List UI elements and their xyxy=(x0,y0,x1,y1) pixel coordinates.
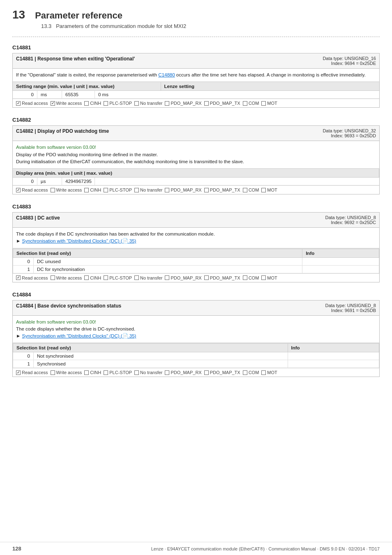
access-item-plc-stop: PLC-STOP xyxy=(104,101,132,106)
access-checkbox xyxy=(104,101,108,106)
param-card-C14883: C14883 | DC activeData type: UNSIGNED_8I… xyxy=(12,212,380,282)
access-item-readaccess: Read access xyxy=(16,275,48,280)
access-item-cinh: CINH xyxy=(84,187,101,192)
sel-row-num: 0 xyxy=(13,352,34,360)
access-item-com: COM xyxy=(243,101,259,106)
col-lenze: 0 ms xyxy=(95,91,379,98)
access-label: Write access xyxy=(56,187,82,192)
sel-row-label: Not synchronised xyxy=(34,352,288,360)
access-label: PDO_MAP_TX xyxy=(210,370,240,375)
access-checkbox xyxy=(16,370,21,375)
param-datatype-C14884: Data type: UNSIGNED_8Index: 9691 = 0x25D… xyxy=(325,303,376,313)
access-checkbox xyxy=(16,188,21,192)
access-label: CINH xyxy=(90,187,101,192)
access-item-pdo_map_rx: PDO_MAP_RX xyxy=(165,370,201,375)
table-col-left-C14881: Setting range (min. value | unit | max. … xyxy=(13,82,161,90)
access-item-notransfer: No transfer xyxy=(134,370,162,375)
footer-page: 128 xyxy=(12,546,21,552)
access-label: PDO_MAP_RX xyxy=(171,370,201,375)
access-item-mot: MOT xyxy=(261,370,277,375)
sel-row-info xyxy=(288,360,379,368)
access-label: PDO_MAP_TX xyxy=(210,275,240,280)
param-name-C14883: C14883 | DC active xyxy=(16,215,60,221)
access-label: Read access xyxy=(22,101,48,106)
access-item-readaccess: Read access xyxy=(16,101,48,106)
access-label: PDO_MAP_TX xyxy=(210,187,240,192)
sel-row-label: Synchronised xyxy=(34,360,288,368)
table-header-row-C14882: Display area (min. value | unit | max. v… xyxy=(13,169,379,178)
param-link-C14881[interactable]: C14880 xyxy=(158,72,175,77)
param-card-C14884: C14884 | Base device synchronisation sta… xyxy=(12,300,380,377)
access-checkbox xyxy=(165,275,169,280)
access-label: PLC-STOP xyxy=(109,187,132,192)
access-label: No transfer xyxy=(140,275,162,280)
access-row-C14884: Read accessWrite accessCINHPLC-STOPNo tr… xyxy=(13,368,379,377)
access-row-C14883: Read accessWrite accessCINHPLC-STOPNo tr… xyxy=(13,273,379,282)
param-description-C14881: If the "Operational" state is exited, th… xyxy=(16,72,376,79)
access-checkbox xyxy=(261,188,266,192)
access-checkbox xyxy=(243,101,247,106)
access-label: CINH xyxy=(90,275,101,280)
sel-row-label: DC unused xyxy=(34,257,302,265)
access-checkbox xyxy=(134,275,139,280)
sel-row-num: 1 xyxy=(13,360,34,368)
access-checkbox xyxy=(261,275,266,280)
param-description-C14882: Display of the PDO watchdog monitoring t… xyxy=(16,151,376,166)
sel-table-row-C14883: 0DC unused xyxy=(13,257,379,265)
param-body-C14884: Available from software version 03.00!Th… xyxy=(13,316,379,343)
param-link-C14883[interactable]: Synchronisation with "Distributed Clocks… xyxy=(22,238,136,243)
param-datatype-C14882: Data type: UNSIGNED_32Index: 9693 = 0x25… xyxy=(323,128,376,138)
access-checkbox xyxy=(134,188,139,192)
access-checkbox xyxy=(84,188,89,192)
access-checkbox xyxy=(243,188,247,192)
param-header-C14882: C14882 | Display of PDO watchdog timeDat… xyxy=(13,126,379,141)
table-data-row-C14881: 0ms655350 ms xyxy=(13,91,379,99)
param-body-C14881: If the "Operational" state is exited, th… xyxy=(13,69,379,82)
access-item-writeaccess: Write access xyxy=(51,187,82,192)
col-unit: µs xyxy=(37,178,62,185)
access-item-pdo_map_tx: PDO_MAP_TX xyxy=(204,275,240,280)
table-section-C14883: Selection list (read only)Info0DC unused… xyxy=(13,248,379,273)
access-label: Read access xyxy=(22,187,48,192)
footer-bar: 128 Lenze · E94AYCET communication modul… xyxy=(0,542,392,555)
access-item-writeaccess: Write access xyxy=(51,101,82,106)
table-header-row-C14881: Setting range (min. value | unit | max. … xyxy=(13,82,379,91)
access-checkbox xyxy=(51,188,55,192)
access-checkbox xyxy=(84,101,89,106)
sel-row-info xyxy=(288,352,379,360)
table-col-left-C14882: Display area (min. value | unit | max. v… xyxy=(13,169,379,177)
param-description-C14884: The code displays whether the drive is D… xyxy=(16,326,376,340)
param-name-C14881: C14881 | Response time when exiting 'Ope… xyxy=(16,56,135,62)
access-label: MOT xyxy=(267,187,277,192)
access-label: Read access xyxy=(22,370,48,375)
access-label: Write access xyxy=(56,101,82,106)
access-item-pdo_map_tx: PDO_MAP_TX xyxy=(204,187,240,192)
col-val: 0 xyxy=(13,91,37,98)
sel-table-header-right-C14883: Info xyxy=(302,249,379,257)
access-label: No transfer xyxy=(140,187,162,192)
table-data-row-C14882: 0µs4294967295 xyxy=(13,178,379,185)
access-checkbox xyxy=(16,275,21,280)
footer-text: Lenze · E94AYCET communication module (E… xyxy=(151,546,380,551)
access-item-writeaccess: Write access xyxy=(51,370,82,375)
access-label: MOT xyxy=(267,370,277,375)
access-item-com: COM xyxy=(243,370,259,375)
access-item-readaccess: Read access xyxy=(16,187,48,192)
access-checkbox xyxy=(104,370,108,375)
access-label: CINH xyxy=(90,101,101,106)
param-link-C14884[interactable]: Synchronisation with "Distributed Clocks… xyxy=(22,333,136,338)
sel-table-row-C14884: 0Not synchronised xyxy=(13,352,379,360)
sel-table-C14884: Selection list (read only)Info0Not synch… xyxy=(13,343,379,368)
param-body-C14883: The code displays if the DC synchronisat… xyxy=(13,228,379,248)
access-checkbox xyxy=(204,101,209,106)
access-item-com: COM xyxy=(243,275,259,280)
sections-container: C14881C14881 | Response time when exitin… xyxy=(12,44,380,377)
access-label: COM xyxy=(249,101,259,106)
access-row-C14881: Read accessWrite accessCINHPLC-STOPNo tr… xyxy=(13,99,379,107)
access-checkbox xyxy=(243,370,247,375)
param-datatype-C14883: Data type: UNSIGNED_8Index: 9692 = 0x25D… xyxy=(325,215,376,225)
access-checkbox xyxy=(51,275,55,280)
param-header-C14884: C14884 | Base device synchronisation sta… xyxy=(13,301,379,316)
sel-table-header-right-C14884: Info xyxy=(288,344,379,352)
available-note-C14884: Available from software version 03.00! xyxy=(16,319,376,326)
